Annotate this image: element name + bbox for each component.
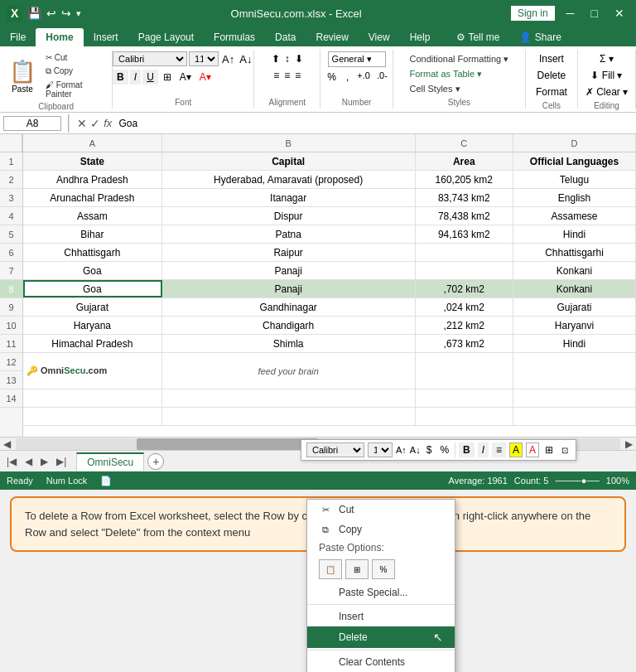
row-header-7[interactable]: 7 (0, 262, 22, 280)
row-header-11[interactable]: 11 (0, 335, 22, 353)
cell-c14[interactable] (416, 408, 513, 425)
align-center-icon[interactable]: ≡ (282, 68, 292, 83)
cell-d7[interactable]: Konkani (513, 262, 636, 279)
row-header-14[interactable]: 14 (0, 389, 22, 408)
cell-a6[interactable]: Chhattisgarh (23, 244, 162, 261)
sheet-tab-omnisecu[interactable]: OmniSecu (76, 452, 144, 471)
row-header-12[interactable]: 12 (0, 353, 22, 371)
tab-share[interactable]: 👤 Share (509, 28, 571, 46)
format-painter-button[interactable]: 🖌 Format Painter (41, 79, 107, 100)
cell-c4[interactable]: 78,438 km2 (416, 207, 513, 225)
decrease-decimal-button[interactable]: .0- (374, 69, 390, 85)
mini-merge-button[interactable]: ⊡ (559, 445, 571, 456)
row-header-1[interactable]: 1 (0, 152, 22, 171)
align-top-icon[interactable]: ⬆ (270, 51, 282, 66)
cell-a1[interactable]: State (23, 152, 162, 170)
decrease-font-icon[interactable]: A↓ (238, 52, 253, 66)
cell-c8[interactable]: ,702 km2 (416, 280, 513, 297)
borders-button[interactable]: ⊞ (160, 70, 175, 84)
cell-d2[interactable]: Telugu (513, 171, 636, 188)
mini-italic-button[interactable]: I (478, 442, 489, 457)
cell-a14[interactable] (23, 408, 162, 425)
scroll-left-arrow[interactable]: ◀ (0, 438, 14, 450)
cell-b7[interactable]: Panaji (162, 262, 416, 279)
tab-page-layout[interactable]: Page Layout (128, 28, 204, 46)
delete-cells-button[interactable]: Delete (531, 68, 573, 83)
row-header-6[interactable]: 6 (0, 244, 22, 262)
tab-formulas[interactable]: Formulas (204, 28, 265, 46)
clear-button[interactable]: ✗ Clear ▾ (584, 85, 629, 99)
ctx-cut[interactable]: ✂ Cut (307, 500, 455, 520)
col-header-d[interactable]: D (513, 134, 636, 152)
underline-button[interactable]: U (142, 70, 158, 85)
cell-a3[interactable]: Arunachal Pradesh (23, 189, 162, 206)
formula-input[interactable]: Goa (115, 117, 633, 130)
row-header-4[interactable]: 4 (0, 207, 22, 225)
format-cells-button[interactable]: Format (529, 85, 574, 99)
cell-b1[interactable]: Capital (162, 152, 416, 170)
ctx-copy[interactable]: ⧉ Copy (307, 520, 455, 539)
paste-opt-3[interactable]: % (372, 559, 395, 579)
sheet-first-arrow[interactable]: |◀ (3, 454, 20, 469)
cell-b2[interactable]: Hyderabad, Amaravati (proposed) (162, 171, 416, 188)
mini-fill-color-button[interactable]: A (509, 442, 523, 457)
cell-b6[interactable]: Raipur (162, 244, 416, 261)
save-icon[interactable]: 💾 (27, 7, 41, 20)
row-header-5[interactable]: 5 (0, 225, 22, 244)
cell-a13[interactable] (23, 389, 162, 407)
cell-c13[interactable] (416, 389, 513, 407)
tab-insert[interactable]: Insert (84, 28, 128, 46)
row-header-13[interactable]: 13 (0, 371, 22, 389)
cell-b11[interactable]: Shimla (162, 335, 416, 352)
cell-c2[interactable]: 160,205 km2 (416, 171, 513, 188)
bold-button[interactable]: B (113, 70, 128, 85)
col-header-b[interactable]: B (162, 134, 416, 152)
align-bottom-icon[interactable]: ⬇ (293, 51, 305, 66)
tab-data[interactable]: Data (265, 28, 306, 46)
cell-a10[interactable]: Haryana (23, 317, 162, 334)
cell-d6[interactable]: Chhattisgarhi (513, 244, 636, 261)
mini-font-color-button[interactable]: A (526, 442, 539, 457)
add-sheet-button[interactable]: + (147, 453, 164, 470)
italic-button[interactable]: I (130, 70, 141, 85)
tab-view[interactable]: View (359, 28, 400, 46)
confirm-formula-icon[interactable]: ✓ (90, 117, 100, 130)
conditional-formatting-button[interactable]: Conditional Formatting ▾ (406, 52, 513, 66)
paste-button[interactable]: 📋 Paste (5, 56, 40, 96)
cell-d10[interactable]: Haryanvi (513, 317, 636, 334)
tab-help[interactable]: Help (400, 28, 441, 46)
cell-c6[interactable] (416, 244, 513, 261)
signin-button[interactable]: Sign in (511, 6, 555, 21)
font-color-button[interactable]: A▾ (196, 70, 214, 84)
cell-a4[interactable]: Assam (23, 207, 162, 225)
row-header-9[interactable]: 9 (0, 298, 22, 317)
close-button[interactable]: ✕ (610, 5, 629, 22)
mini-size-select[interactable]: 11 (368, 442, 393, 457)
cell-d14[interactable] (513, 408, 636, 425)
cell-b3[interactable]: Itanagar (162, 189, 416, 206)
fill-color-button[interactable]: A▾ (176, 70, 195, 84)
cell-c7[interactable] (416, 262, 513, 279)
mini-currency-button[interactable]: $ (424, 443, 435, 457)
sheet-next-arrow[interactable]: ▶ (37, 454, 51, 469)
mini-borders-button[interactable]: ⊞ (542, 443, 556, 457)
tab-file[interactable]: File (0, 28, 36, 46)
cell-c9[interactable]: ,024 km2 (416, 298, 513, 316)
mini-align-button[interactable]: ≡ (492, 442, 506, 457)
cell-a9[interactable]: Gujarat (23, 298, 162, 316)
row-header-3[interactable]: 3 (0, 189, 22, 207)
cell-c5[interactable]: 94,163 km2 (416, 225, 513, 243)
ctx-delete[interactable]: Delete ↖ (307, 626, 455, 648)
tab-review[interactable]: Review (306, 28, 358, 46)
font-name-select[interactable]: Calibri (113, 51, 187, 66)
percent-button[interactable]: % (323, 69, 340, 85)
scroll-right-arrow[interactable]: ▶ (622, 438, 636, 450)
paste-opt-1[interactable]: 📋 (319, 559, 342, 579)
cell-a8[interactable]: Goa (23, 280, 162, 297)
increase-font-icon[interactable]: A↑ (220, 52, 236, 66)
increase-decimal-button[interactable]: +.0 (354, 69, 373, 85)
cell-b10[interactable]: Chandigarh (162, 317, 416, 334)
ctx-insert[interactable]: Insert (307, 607, 455, 626)
cell-d11[interactable]: Hindi (513, 335, 636, 352)
redo-icon[interactable]: ↪ (61, 7, 71, 20)
